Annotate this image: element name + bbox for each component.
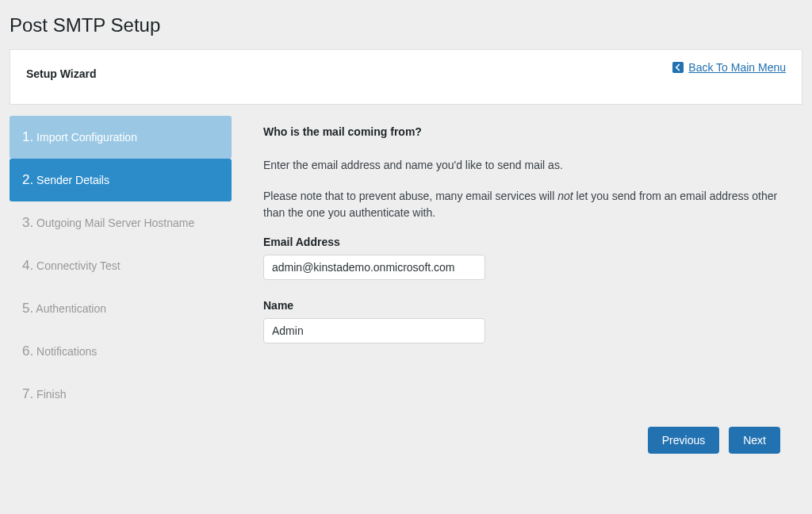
previous-button[interactable]: Previous: [648, 427, 719, 454]
step-import-configuration[interactable]: 1. Import Configuration: [10, 116, 232, 159]
name-label: Name: [263, 299, 795, 312]
step-outgoing-mail-server[interactable]: 3. Outgoing Mail Server Hostname: [10, 201, 232, 244]
step-number: 1.: [22, 129, 33, 144]
step-label: Notifications: [36, 345, 97, 358]
step-label: Outgoing Mail Server Hostname: [36, 217, 194, 229]
wizard-subtitle: Setup Wizard: [26, 67, 786, 80]
wizard-body: 1. Import Configuration 2. Sender Detail…: [10, 116, 802, 416]
step-label: Finish: [36, 388, 66, 401]
step-number: 4.: [22, 258, 33, 273]
back-to-main-link[interactable]: Back To Main Menu: [672, 61, 786, 74]
step-connectivity-test[interactable]: 4. Connectivity Test: [10, 244, 232, 287]
step-label: Import Configuration: [36, 131, 137, 144]
step-sender-details[interactable]: 2. Sender Details: [10, 159, 232, 201]
step-number: 2.: [22, 172, 33, 187]
steps-sidebar: 1. Import Configuration 2. Sender Detail…: [10, 116, 232, 416]
step-authentication[interactable]: 5. Authentication: [10, 287, 232, 330]
svg-rect-0: [672, 62, 684, 73]
email-label: Email Address: [263, 236, 795, 248]
step-number: 6.: [22, 343, 33, 359]
content-panel: Who is the mail coming from? Enter the e…: [255, 116, 802, 416]
step-label: Authentication: [36, 302, 106, 315]
step-label: Connectivity Test: [36, 259, 121, 272]
wizard-card: Setup Wizard Back To Main Menu: [10, 49, 802, 105]
step-number: 5.: [22, 301, 33, 316]
step-number: 7.: [22, 386, 33, 401]
step-notifications[interactable]: 6. Notifications: [10, 330, 232, 373]
page-title: Post SMTP Setup: [0, 0, 812, 49]
email-field[interactable]: [263, 255, 485, 280]
nav-buttons: Previous Next: [0, 427, 780, 454]
next-button[interactable]: Next: [729, 427, 780, 454]
intro-text: Enter the email address and name you'd l…: [263, 157, 795, 174]
back-arrow-icon: [672, 62, 684, 73]
step-number: 3.: [22, 215, 33, 230]
back-link-label: Back To Main Menu: [688, 61, 786, 74]
step-label: Sender Details: [36, 174, 109, 186]
step-finish[interactable]: 7. Finish: [10, 373, 232, 416]
warning-text: Please note that to prevent abuse, many …: [263, 188, 795, 221]
name-field[interactable]: [263, 318, 485, 343]
section-heading: Who is the mail coming from?: [263, 125, 795, 138]
